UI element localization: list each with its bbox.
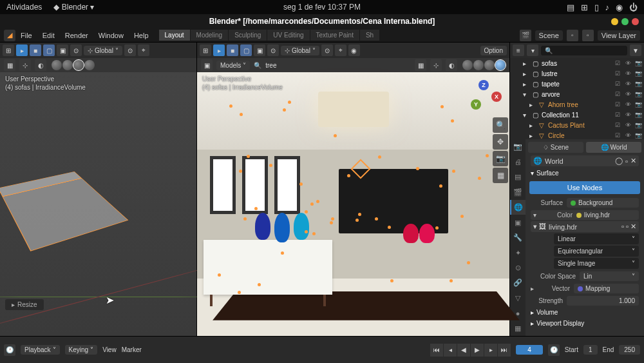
auto-key-icon[interactable]: 🕐 bbox=[548, 344, 560, 356]
new-icon[interactable]: ▫ bbox=[625, 157, 628, 165]
select-mode-icon[interactable]: ■ bbox=[30, 44, 41, 56]
overlay-toggle-icon[interactable]: ◐ bbox=[446, 59, 457, 71]
mode-selector[interactable]: ▸ bbox=[213, 44, 225, 56]
keying-menu[interactable]: Keying ˅ bbox=[65, 345, 98, 355]
projection-dropdown[interactable]: Equirectangular˅ bbox=[554, 246, 639, 257]
playback-menu[interactable]: Playback ˅ bbox=[21, 345, 60, 355]
overlay-toggle-icon[interactable]: ◐ bbox=[35, 59, 46, 71]
colorspace-dropdown[interactable]: Lin˅ bbox=[580, 271, 639, 281]
viewlayer-selector[interactable]: View Layer bbox=[598, 30, 640, 41]
select-mode-icon[interactable]: ▣ bbox=[254, 44, 265, 56]
play-icon[interactable]: ▶ bbox=[471, 344, 484, 357]
jump-end-icon[interactable]: ⏭ bbox=[498, 344, 511, 357]
rendered-shading-icon[interactable] bbox=[84, 60, 95, 70]
modifier-tab-icon[interactable]: 🔧 bbox=[510, 230, 526, 245]
viewport-main[interactable]: ⊞ ▸ ■ ▢ ▣ ⊙ ⊹ Global ˅ ⊙ ⌖ ◉ Option ▣ Mo… bbox=[197, 43, 510, 336]
delete-icon[interactable]: ✕ bbox=[630, 157, 636, 165]
exclude-icon[interactable]: ☑ bbox=[613, 110, 622, 119]
visibility-icon[interactable]: 👁 bbox=[623, 79, 632, 88]
menu-file[interactable]: File bbox=[15, 30, 37, 41]
editor-type-icon[interactable]: ⊞ bbox=[3, 44, 14, 56]
surface-shader-dropdown[interactable]: Background bbox=[567, 198, 639, 208]
tray-icon[interactable]: ▯ bbox=[594, 3, 599, 12]
exclude-icon[interactable]: ☑ bbox=[613, 121, 622, 130]
filter-icon[interactable]: ▼ bbox=[630, 44, 641, 56]
pin-icon[interactable]: ◯ bbox=[615, 157, 623, 165]
tray-icon[interactable]: ⊞ bbox=[581, 3, 588, 12]
output-tab-icon[interactable]: 🖨 bbox=[510, 154, 526, 169]
render-icon[interactable]: 📷 bbox=[634, 79, 643, 88]
exclude-icon[interactable]: ☑ bbox=[613, 100, 622, 109]
select-mode-icon[interactable]: ■ bbox=[227, 44, 238, 56]
visibility-icon[interactable]: 👁 bbox=[623, 110, 632, 119]
viewport-canvas[interactable] bbox=[0, 72, 196, 336]
play-reverse-icon[interactable]: ◀ bbox=[457, 344, 470, 357]
viewport-left[interactable]: ⊞ ▸ ■ ▢ ▣ ⊙ ⊹ Global ˅ ⊙ ⌖ ▦ ⊹ ◐ User Pe… bbox=[0, 43, 197, 336]
keyframe-next-icon[interactable]: ▸ bbox=[484, 344, 497, 357]
wireframe-shading-icon[interactable] bbox=[52, 60, 62, 70]
collection-dropdown[interactable]: Models ˅ bbox=[216, 61, 250, 70]
use-nodes-button[interactable]: Use Nodes bbox=[529, 181, 640, 194]
marker-menu[interactable]: Marker bbox=[122, 346, 142, 353]
pivot-icon[interactable]: ⊙ bbox=[124, 44, 136, 56]
tray-icon[interactable]: ◉ bbox=[616, 3, 623, 12]
orientation-dropdown[interactable]: ⊹ Global ˅ bbox=[84, 46, 122, 55]
outliner-search-input[interactable]: 🔍 bbox=[541, 46, 627, 55]
blender-logo-icon[interactable]: ◢ bbox=[4, 30, 15, 41]
render-tab-icon[interactable]: 📷 bbox=[510, 139, 526, 154]
vector-input[interactable]: Mapping bbox=[574, 284, 639, 293]
exclude-icon[interactable]: ☑ bbox=[613, 90, 622, 99]
exclude-icon[interactable]: ☑ bbox=[613, 59, 622, 68]
activities-label[interactable]: Atividades bbox=[6, 3, 42, 12]
workspace-tab-uv-editing[interactable]: UV Editing bbox=[267, 30, 310, 41]
mode-selector[interactable]: ▸ bbox=[16, 44, 28, 56]
texture-tab-icon[interactable]: ▦ bbox=[510, 321, 526, 336]
new-scene-icon[interactable]: ▫ bbox=[567, 30, 578, 41]
image-datablock[interactable]: ▾ 🖼 living.hdr ▫ ▫ ✕ bbox=[531, 221, 639, 232]
snap-icon[interactable]: ⊙ bbox=[267, 44, 279, 56]
outliner-item[interactable]: ▸ ▢ lustre ☑ 👁 📷 bbox=[510, 68, 644, 79]
render-icon[interactable]: 📷 bbox=[634, 69, 643, 78]
display-mode-icon[interactable]: ▾ bbox=[527, 44, 538, 56]
collection-icon[interactable]: ▣ bbox=[201, 59, 213, 71]
select-mode-icon[interactable]: ▢ bbox=[43, 44, 55, 56]
workspace-tab-sculpting[interactable]: Sculpting bbox=[229, 30, 267, 41]
navigation-gizmo[interactable]: X Y Z bbox=[469, 80, 502, 112]
visibility-icon[interactable]: 👁 bbox=[623, 90, 632, 99]
interpolation-dropdown[interactable]: Linear˅ bbox=[554, 233, 639, 244]
close-button[interactable] bbox=[632, 18, 639, 25]
zoom-icon[interactable]: 🔍 bbox=[493, 117, 508, 133]
exclude-icon[interactable]: ☑ bbox=[613, 69, 622, 78]
wireframe-shading-icon[interactable] bbox=[462, 60, 473, 70]
jump-start-icon[interactable]: ⏮ bbox=[430, 344, 443, 357]
tray-icon[interactable]: ♪ bbox=[605, 3, 610, 12]
scene-tab-icon[interactable]: 🎬 bbox=[510, 184, 526, 199]
resize-panel[interactable]: ▸ Resize bbox=[5, 299, 44, 310]
data-tab-icon[interactable]: ▽ bbox=[510, 291, 526, 306]
app-indicator[interactable]: ◆ Blender ▾ bbox=[53, 3, 94, 12]
particles-tab-icon[interactable]: ✦ bbox=[510, 245, 526, 260]
viewport-display-panel-header[interactable]: ▸ Viewport Display bbox=[528, 318, 641, 329]
current-frame-input[interactable]: 4 bbox=[516, 345, 543, 355]
solid-shading-icon[interactable] bbox=[62, 60, 73, 70]
visibility-icon[interactable]: 👁 bbox=[623, 121, 632, 130]
menu-render[interactable]: Render bbox=[60, 30, 93, 41]
outliner-type-icon[interactable]: ≡ bbox=[513, 44, 524, 56]
viewlayer-icon[interactable]: ▫ bbox=[582, 30, 594, 41]
gizmo-icon[interactable]: ⊹ bbox=[430, 59, 442, 71]
maximize-button[interactable] bbox=[621, 18, 629, 25]
overlay-icon[interactable]: ▦ bbox=[415, 59, 426, 71]
visibility-icon[interactable]: 👁 bbox=[623, 131, 632, 139]
menu-window[interactable]: Window bbox=[93, 30, 129, 41]
render-icon[interactable]: 📷 bbox=[634, 59, 643, 68]
camera-view-icon[interactable]: 📷 bbox=[493, 151, 508, 166]
scene-context-button[interactable]: ♢ Scene bbox=[528, 142, 583, 153]
render-icon[interactable]: 📷 bbox=[634, 90, 643, 99]
constraints-tab-icon[interactable]: 🔗 bbox=[510, 275, 526, 290]
scene-selector[interactable]: Scene bbox=[535, 30, 563, 41]
select-mode-icon[interactable]: ▢ bbox=[240, 44, 252, 56]
solid-shading-icon[interactable] bbox=[473, 60, 484, 70]
exclude-icon[interactable]: ☑ bbox=[613, 131, 622, 139]
render-icon[interactable]: 📷 bbox=[634, 110, 643, 119]
world-tab-icon[interactable]: 🌐 bbox=[510, 200, 526, 215]
